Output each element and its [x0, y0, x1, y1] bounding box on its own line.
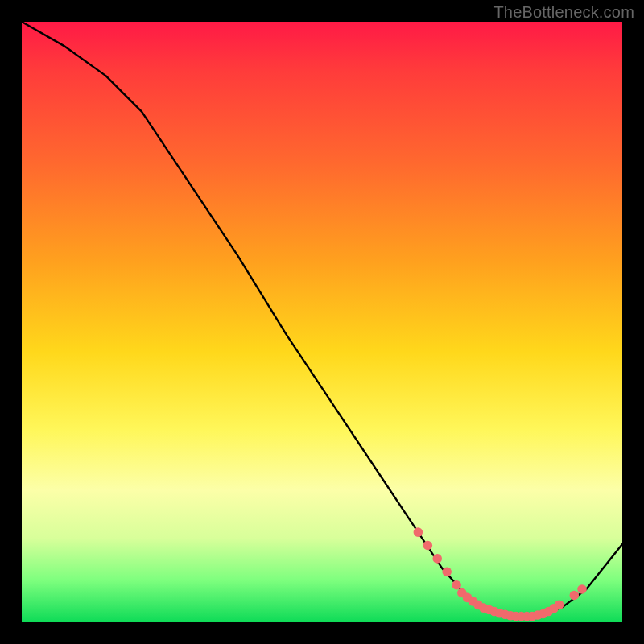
- highlight-point: [414, 527, 423, 537]
- attribution-label: TheBottleneck.com: [493, 3, 634, 22]
- highlight-point: [570, 591, 580, 601]
- highlight-point: [442, 568, 452, 577]
- highlight-points: [414, 527, 587, 621]
- highlight-point: [452, 580, 461, 590]
- highlight-point: [577, 584, 587, 594]
- highlight-point: [555, 601, 564, 610]
- chart-stage: TheBottleneck.com: [0, 0, 644, 644]
- chart-overlay: [22, 22, 622, 622]
- bottleneck-curve: [22, 22, 622, 617]
- highlight-point: [423, 541, 433, 551]
- highlight-point: [432, 554, 442, 564]
